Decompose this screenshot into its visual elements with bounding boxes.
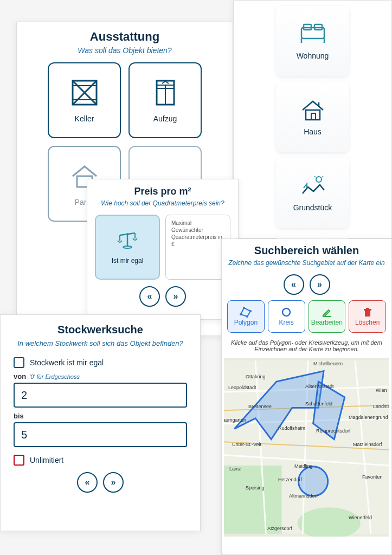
type-haus[interactable]: Haus bbox=[276, 82, 349, 152]
panel-objekttyp: Wohnung Haus Grundstück Mehrparteienhaus… bbox=[233, 0, 392, 238]
checkbox-unlimited[interactable] bbox=[14, 455, 24, 466]
svg-rect-14 bbox=[306, 110, 320, 120]
tile-keller[interactable]: Keller bbox=[48, 62, 121, 138]
pencil-icon bbox=[321, 307, 333, 318]
trash-icon bbox=[362, 307, 374, 318]
panel-preis: Preis pro m² Wie hoch soll der Quadratme… bbox=[87, 179, 239, 320]
prev-button[interactable]: « bbox=[139, 286, 160, 307]
svg-line-18 bbox=[314, 176, 316, 177]
next-button[interactable]: » bbox=[103, 472, 124, 493]
stock-subtitle: In welchem Stockwerk soll sich das Objek… bbox=[14, 339, 187, 347]
svg-rect-15 bbox=[311, 113, 316, 120]
tile-label: Aufzug bbox=[153, 114, 177, 123]
ausstattung-title: Ausstattung bbox=[17, 30, 233, 44]
svg-rect-49 bbox=[366, 308, 369, 309]
svg-point-44 bbox=[246, 315, 248, 318]
svg-point-42 bbox=[243, 307, 245, 309]
ausstattung-subtitle: Was soll das Objekt bieten? bbox=[17, 46, 233, 55]
bis-label: bis bbox=[14, 412, 187, 420]
bed-icon bbox=[299, 22, 326, 46]
svg-line-19 bbox=[322, 176, 323, 177]
label-unlimited: Unlimitiert bbox=[30, 456, 63, 464]
circle-icon bbox=[280, 307, 292, 318]
preis-title: Preis pro m² bbox=[87, 186, 238, 197]
preis-egal-tile[interactable]: Ist mir egal bbox=[95, 215, 160, 280]
toolbar: Polygon Kreis Bearbeiten Löschen bbox=[227, 300, 386, 333]
tool-polygon[interactable]: Polygon bbox=[227, 300, 265, 333]
svg-rect-51 bbox=[224, 466, 282, 534]
polygon-icon bbox=[240, 307, 252, 318]
panel-stockwerk: Stockwerksuche In welchem Stockwerk soll… bbox=[0, 314, 201, 531]
type-wohnung[interactable]: Wohnung bbox=[276, 6, 349, 76]
svg-point-39 bbox=[123, 246, 132, 248]
svg-rect-47 bbox=[365, 310, 370, 317]
tile-label: Keller bbox=[75, 114, 94, 123]
prev-button[interactable]: « bbox=[77, 472, 98, 493]
land-icon bbox=[299, 174, 326, 198]
house-icon bbox=[299, 98, 326, 122]
next-button[interactable]: » bbox=[165, 286, 186, 307]
svg-point-41 bbox=[240, 313, 242, 315]
svg-point-43 bbox=[249, 310, 252, 312]
scale-icon bbox=[115, 230, 139, 251]
bis-input[interactable] bbox=[14, 422, 187, 447]
tool-edit[interactable]: Bearbeiten bbox=[309, 300, 346, 333]
svg-point-45 bbox=[282, 308, 290, 316]
von-input[interactable] bbox=[14, 383, 187, 408]
tile-aufzug[interactable]: Aufzug bbox=[128, 62, 202, 138]
stock-title: Stockwerksuche bbox=[14, 324, 187, 336]
prev-button[interactable]: « bbox=[284, 274, 304, 295]
svg-rect-48 bbox=[364, 309, 371, 311]
svg-point-63 bbox=[298, 467, 327, 496]
checkbox-egal[interactable] bbox=[14, 357, 24, 368]
next-button[interactable]: » bbox=[310, 274, 330, 295]
label-egal: Stockwerk ist mir egal bbox=[30, 358, 104, 367]
preis-subtitle: Wie hoch soll der Quadratmeterpreis sein… bbox=[87, 199, 238, 207]
panel-suchbereich: Suchbereich wählen Zeichne das gewünscht… bbox=[221, 238, 392, 555]
preis-input-box[interactable]: Maximal Gewünschter Quadratmeterpreis in… bbox=[165, 215, 230, 280]
such-title: Suchbereich wählen bbox=[224, 244, 389, 257]
svg-point-17 bbox=[316, 177, 322, 182]
von-label: von'0' für Erdgeschoss bbox=[14, 372, 187, 380]
tool-circle[interactable]: Kreis bbox=[268, 300, 305, 333]
map-canvas[interactable]: Ottakring Leopoldstadt Michelbeuern Alse… bbox=[224, 358, 389, 537]
svg-marker-40 bbox=[241, 308, 250, 317]
preis-input-hint: Maximal Gewünschter Quadratmeterpreis in… bbox=[171, 220, 224, 248]
tool-delete[interactable]: Löschen bbox=[349, 300, 386, 333]
elevator-icon bbox=[150, 78, 181, 108]
help-text: Klicke auf das Polygon- oder Kreiswerkze… bbox=[224, 336, 389, 358]
preis-row: Ist mir egal Maximal Gewünschter Quadrat… bbox=[87, 215, 238, 280]
crate-icon bbox=[69, 78, 100, 108]
type-grundstueck[interactable]: Grundstück bbox=[276, 158, 349, 228]
such-subtitle: Zeichne das gewünschte Suchgebiet auf de… bbox=[224, 259, 389, 267]
